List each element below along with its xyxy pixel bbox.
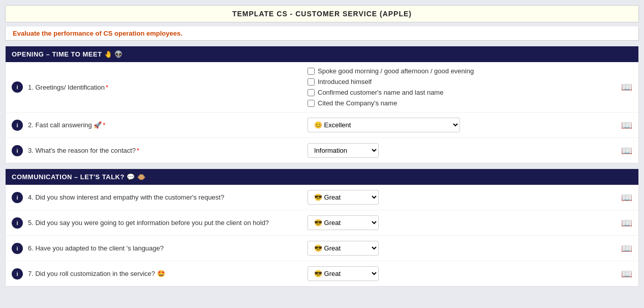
dropdown-q7[interactable]: Excellent 😎 Great Good Fair Poor bbox=[308, 266, 379, 281]
question-label-4: 4. Did you show interest and empathy wit… bbox=[28, 193, 308, 201]
checkbox-item-1c[interactable]: Confirmed customer's name and last name bbox=[308, 89, 474, 96]
question-row-1: i 1. Greetings/ Identification* Spoke go… bbox=[6, 62, 638, 113]
question-row-7: i 7. Did you roll customization in the s… bbox=[6, 261, 638, 286]
checkbox-1a[interactable] bbox=[308, 68, 315, 75]
question-label-3: 3. What's the reason for the contact?* bbox=[28, 147, 308, 154]
question-row-2: i 2. Fast call answering 🚀* 😊 Excellent … bbox=[6, 113, 638, 138]
section-opening: OPENING – TIME TO MEET 🤚 👽 i 1. Greeting… bbox=[5, 46, 639, 163]
dropdown-q2[interactable]: 😊 Excellent 😎 Great Good Fair Poor bbox=[308, 118, 460, 132]
info-icon-2[interactable]: i bbox=[12, 120, 23, 131]
answer-area-1: Spoke good morning / good afternoon / go… bbox=[308, 67, 615, 107]
book-icon-4[interactable]: 📖 bbox=[615, 192, 632, 203]
answer-area-7: Excellent 😎 Great Good Fair Poor bbox=[308, 266, 615, 281]
question-label-5: 5. Did you say you were going to get inf… bbox=[28, 219, 308, 227]
checkbox-1c[interactable] bbox=[308, 89, 315, 96]
dropdown-q5[interactable]: Excellent 😎 Great Good Fair Poor bbox=[308, 215, 379, 230]
page-title: TEMPLATE CS - CUSTOMER SERVICE (APPLE) bbox=[14, 10, 630, 18]
info-icon-4[interactable]: i bbox=[12, 192, 23, 203]
question-label-7: 7. Did you roll customization in the ser… bbox=[28, 270, 308, 277]
question-label-1: 1. Greetings/ Identification* bbox=[28, 83, 308, 91]
info-icon-5[interactable]: i bbox=[12, 217, 23, 229]
book-icon-3[interactable]: 📖 bbox=[615, 145, 632, 156]
dropdown-q4[interactable]: Excellent 😎 Great Good Fair Poor bbox=[308, 190, 379, 205]
question-label-2: 2. Fast call answering 🚀* bbox=[28, 121, 308, 129]
book-icon-6[interactable]: 📖 bbox=[615, 243, 632, 254]
checkbox-list-1: Spoke good morning / good afternoon / go… bbox=[308, 67, 474, 107]
info-icon-7[interactable]: i bbox=[12, 268, 23, 279]
question-label-6: 6. Have you adapted to the client 's lan… bbox=[28, 244, 308, 252]
answer-area-3: Information Complaint Request Other bbox=[308, 143, 615, 158]
question-row-3: i 3. What's the reason for the contact?*… bbox=[6, 138, 638, 163]
info-icon-6[interactable]: i bbox=[12, 243, 23, 254]
section-opening-header: OPENING – TIME TO MEET 🤚 👽 bbox=[6, 46, 638, 62]
answer-area-2: 😊 Excellent 😎 Great Good Fair Poor bbox=[308, 118, 615, 132]
answer-area-6: Excellent 😎 Great Good Fair Poor bbox=[308, 241, 615, 256]
question-row-5: i 5. Did you say you were going to get i… bbox=[6, 210, 638, 236]
info-icon-3[interactable]: i bbox=[12, 145, 23, 156]
book-icon-2[interactable]: 📖 bbox=[615, 120, 632, 131]
section-communication: COMMUNICATION – LET'S TALK? 💬 🐵 i 4. Did… bbox=[5, 169, 639, 287]
dropdown-q3[interactable]: Information Complaint Request Other bbox=[308, 143, 379, 158]
page-subtitle: Evaluate the performance of CS operation… bbox=[11, 27, 182, 37]
question-row-6: i 6. Have you adapted to the client 's l… bbox=[6, 236, 638, 261]
checkbox-1d[interactable] bbox=[308, 100, 315, 107]
checkbox-item-1b[interactable]: Introduced himself bbox=[308, 78, 474, 86]
checkbox-item-1d[interactable]: Cited the Company's name bbox=[308, 99, 474, 107]
page-wrapper: TEMPLATE CS - CUSTOMER SERVICE (APPLE) E… bbox=[0, 0, 644, 297]
answer-area-5: Excellent 😎 Great Good Fair Poor bbox=[308, 215, 615, 230]
title-section: TEMPLATE CS - CUSTOMER SERVICE (APPLE) bbox=[5, 5, 639, 22]
required-star-2: * bbox=[103, 121, 105, 129]
checkbox-item-1a[interactable]: Spoke good morning / good afternoon / go… bbox=[308, 67, 474, 75]
book-icon-5[interactable]: 📖 bbox=[615, 217, 632, 229]
question-row-4: i 4. Did you show interest and empathy w… bbox=[6, 185, 638, 210]
required-star-3: * bbox=[137, 147, 139, 154]
info-icon-1[interactable]: i bbox=[12, 81, 23, 93]
book-icon-7[interactable]: 📖 bbox=[615, 268, 632, 279]
section-communication-header: COMMUNICATION – LET'S TALK? 💬 🐵 bbox=[6, 169, 638, 185]
book-icon-1[interactable]: 📖 bbox=[615, 81, 632, 93]
checkbox-1b[interactable] bbox=[308, 78, 315, 86]
answer-area-4: Excellent 😎 Great Good Fair Poor bbox=[308, 190, 615, 205]
dropdown-q6[interactable]: Excellent 😎 Great Good Fair Poor bbox=[308, 241, 379, 256]
required-star-1: * bbox=[106, 83, 108, 91]
